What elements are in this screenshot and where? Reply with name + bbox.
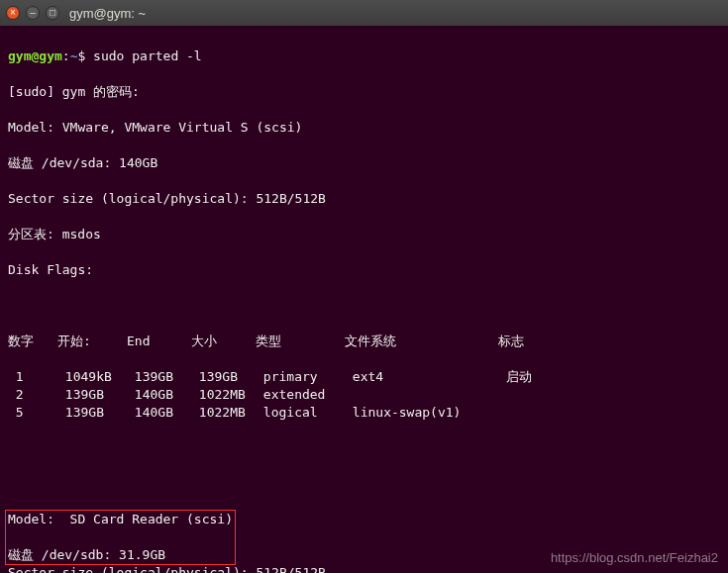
disk2-path: 磁盘 /dev/sdb: 31.9GB: [8, 546, 233, 564]
disk2-model: Model: SD Card Reader (scsi): [8, 511, 233, 528]
maximize-icon[interactable]: □: [46, 6, 59, 20]
command-text: sudo parted -l: [93, 48, 202, 63]
window-titlebar: × – □ gym@gym: ~: [0, 0, 728, 26]
disk2-sector: Sector size (logical/physical): 512B/512…: [8, 564, 720, 573]
prompt-userhost: gym@gym: [8, 48, 62, 63]
sudo-prompt: [sudo] gym 的密码:: [8, 83, 720, 101]
minimize-icon[interactable]: –: [26, 6, 40, 20]
prompt-line: gym@gym:~$ sudo parted -l: [8, 48, 720, 65]
watermark-text: https://blog.csdn.net/Feizhai2: [551, 550, 718, 565]
table-row: 5139GB140GB1022MBlogicallinux-swap(v1): [8, 404, 720, 422]
table-row: 2139GB140GB1022MBextended: [8, 386, 720, 404]
highlight-box: Model: SD Card Reader (scsi) 磁盘 /dev/sdb…: [5, 510, 236, 565]
disk1-model: Model: VMware, VMware Virtual S (scsi): [8, 119, 720, 137]
terminal-content[interactable]: gym@gym:~$ sudo parted -l [sudo] gym 的密码…: [0, 26, 728, 573]
disk1-sector: Sector size (logical/physical): 512B/512…: [8, 190, 720, 208]
table-row: 11049kB139GB139GBprimaryext4启动: [8, 368, 720, 386]
close-icon[interactable]: ×: [6, 6, 20, 20]
disk1-flags: Disk Flags:: [8, 261, 720, 279]
disk1-path: 磁盘 /dev/sda: 140GB: [8, 154, 720, 172]
disk1-header: 数字开始:End大小类型文件系统标志: [8, 333, 720, 350]
window-title: gym@gym: ~: [69, 6, 146, 21]
disk1-ptable: 分区表: msdos: [8, 226, 720, 243]
